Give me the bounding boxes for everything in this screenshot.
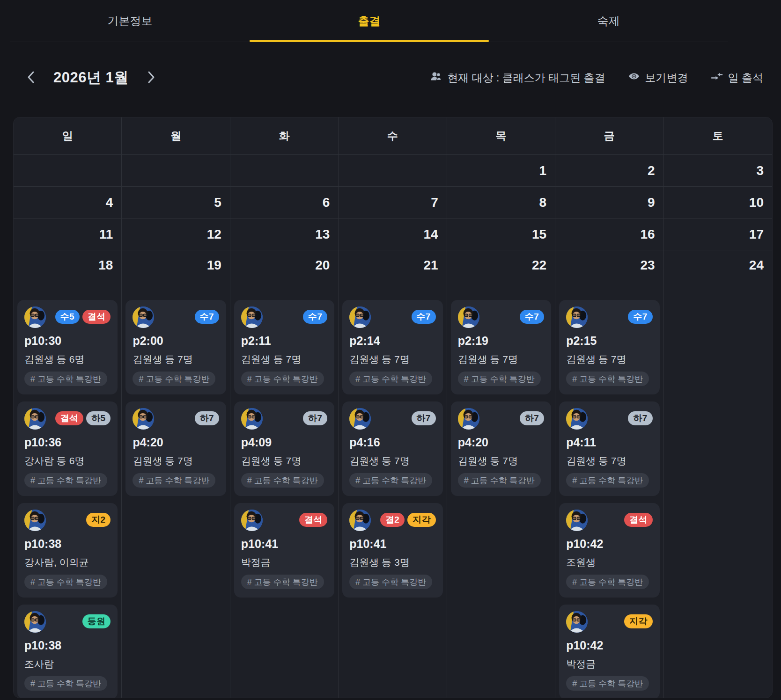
status-badges: 하7 [195,411,219,425]
day-cell-2[interactable]: 2 [555,155,663,186]
day-cell-1[interactable]: 1 [447,155,555,186]
day-cell-18[interactable]: 18 수5결석 p10:30 김원생 등 6명 # 고등 수학 특강반 [14,250,122,698]
day-cell-9[interactable]: 9 [555,187,663,218]
month-navigation: 2026년 1월 [24,68,158,88]
status-badges: 결석 [299,513,328,527]
attendance-event-card[interactable]: 수7 p2:00 김원생 등 7명 # 고등 수학 특강반 [125,300,226,394]
current-target-button[interactable]: 현재 대상 : 클래스가 태그된 출결 [430,70,605,85]
tab-attendance[interactable]: 출결 [250,0,489,42]
status-badge-red: 결석 [55,411,84,425]
status-badges: 하7 [303,411,327,425]
event-card-list: 수7 p2:14 김원생 등 7명 # 고등 수학 특강반 하7 p4: [342,300,442,598]
date-number: 1 [447,155,555,186]
toolbar-actions: 현재 대상 : 클래스가 태그된 출결 보기변경 일 [430,70,763,85]
attendance-event-card[interactable]: 수5결석 p10:30 김원생 등 6명 # 고등 수학 특강반 [17,300,118,394]
date-number: 12 [122,219,229,250]
view-change-button[interactable]: 보기변경 [628,70,688,85]
attendance-event-card[interactable]: 수7 p2:14 김원생 등 7명 # 고등 수학 특강반 [342,300,442,394]
attendance-event-card[interactable]: 지각 p10:42 박정금 # 고등 수학 특강반 [559,605,659,698]
attendance-event-card[interactable]: 수7 p2:11 김원생 등 7명 # 고등 수학 특강반 [234,300,334,394]
attendance-event-card[interactable]: 하7 p4:09 김원생 등 7명 # 고등 수학 특강반 [234,401,334,496]
day-cell-23[interactable]: 23 수7 p2:15 김원생 등 7명 # 고등 수학 특강반 [555,250,663,698]
tab-homework[interactable]: 숙제 [489,0,728,42]
card-header: 수7 [133,306,219,328]
day-cell-16[interactable]: 16 [555,219,663,250]
day-cell-19[interactable]: 19 수7 p2:00 김원생 등 7명 # 고등 수학 특강반 [122,250,230,698]
student-names: 조원생 [566,556,652,569]
daily-attendance-button[interactable]: 일 출석 [711,70,763,85]
next-month-button[interactable] [145,69,158,86]
attendance-event-card[interactable]: 수7 p2:15 김원생 등 7명 # 고등 수학 특강반 [559,300,659,394]
status-badge-gray: 하7 [303,411,327,425]
attendance-event-card[interactable]: 하7 p4:16 김원생 등 7명 # 고등 수학 특강반 [342,401,442,496]
day-cell-5[interactable]: 5 [122,187,230,218]
day-cell-17[interactable]: 17 [664,219,772,250]
day-cell-7[interactable]: 7 [339,187,447,218]
attendance-event-card[interactable]: 결석 p10:42 조원생 # 고등 수학 특강반 [559,503,659,598]
weekday-header-3: 수 [339,117,447,154]
status-badges: 수7 [195,310,219,324]
date-number: 2 [555,155,663,186]
student-avatar [458,408,479,430]
status-badge-blue: 수7 [412,310,436,324]
event-time: p10:41 [241,537,327,551]
day-cell-8[interactable]: 8 [447,187,555,218]
class-tag: # 고등 수학 특강반 [458,372,541,386]
day-cell-21[interactable]: 21 수7 p2:14 김원생 등 7명 # 고등 수학 특강반 [339,250,447,698]
status-badge-gray: 하7 [628,411,652,425]
attendance-event-card[interactable]: 등원 p10:38 조사람 # 고등 수학 특강반 [17,605,118,698]
card-header: 결석하5 [24,408,111,430]
status-badge-blue: 수5 [55,310,80,324]
active-tab-underline [250,40,489,42]
attendance-event-card[interactable]: 지2 p10:38 강사람, 이의균 # 고등 수학 특강반 [17,503,118,598]
people-icon [430,70,442,85]
card-header: 하7 [566,408,652,430]
day-cell-empty[interactable] [14,155,122,186]
card-header: 수7 [566,306,652,328]
class-tag: # 고등 수학 특강반 [566,575,649,589]
day-cell-15[interactable]: 15 [447,219,555,250]
day-cell-14[interactable]: 14 [339,219,447,250]
calendar-week-row: 18 수5결석 p10:30 김원생 등 6명 # 고등 수학 특강반 [14,250,772,698]
day-cell-12[interactable]: 12 [122,219,230,250]
day-cell-13[interactable]: 13 [230,219,339,250]
day-cell-empty[interactable] [339,155,447,186]
date-number: 14 [339,219,446,250]
day-cell-empty[interactable] [122,155,230,186]
day-cell-20[interactable]: 20 수7 p2:11 김원생 등 7명 # 고등 수학 특강반 [230,250,339,698]
status-badge-yellow: 지각 [407,513,436,527]
day-cell-6[interactable]: 6 [230,187,339,218]
day-cell-24[interactable]: 24 [664,250,772,698]
student-names: 강사람, 이의균 [24,556,111,569]
event-time: p2:15 [566,334,652,348]
event-time: p4:20 [458,436,544,449]
date-number: 23 [555,250,663,273]
date-number: 5 [122,187,229,218]
student-names: 김원생 등 7명 [241,454,327,467]
event-card-list: 수7 p2:19 김원생 등 7명 # 고등 수학 특강반 하7 p4: [451,300,551,496]
card-header: 수5결석 [24,306,111,328]
student-names: 김원생 등 7명 [349,454,435,467]
day-cell-11[interactable]: 11 [14,219,122,250]
attendance-event-card[interactable]: 결석하5 p10:36 강사람 등 6명 # 고등 수학 특강반 [17,401,118,496]
month-title: 2026년 1월 [53,68,129,88]
attendance-event-card[interactable]: 결2지각 p10:41 김원생 등 3명 # 고등 수학 특강반 [342,503,442,598]
attendance-event-card[interactable]: 하7 p4:20 김원생 등 7명 # 고등 수학 특강반 [451,401,551,496]
attendance-event-card[interactable]: 결석 p10:41 박정금 # 고등 수학 특강반 [234,503,334,598]
day-cell-4[interactable]: 4 [14,187,122,218]
day-cell-22[interactable]: 22 수7 p2:19 김원생 등 7명 # 고등 수학 특강반 [447,250,555,698]
card-header: 수7 [349,306,435,328]
attendance-event-card[interactable]: 하7 p4:11 김원생 등 7명 # 고등 수학 특강반 [559,401,659,496]
prev-month-button[interactable] [24,69,37,86]
attendance-event-card[interactable]: 수7 p2:19 김원생 등 7명 # 고등 수학 특강반 [451,300,551,394]
event-time: p4:20 [133,436,219,449]
student-names: 김원생 등 3명 [349,556,435,569]
day-cell-3[interactable]: 3 [664,155,772,186]
attendance-event-card[interactable]: 하7 p4:20 김원생 등 7명 # 고등 수학 특강반 [125,401,226,496]
day-cell-10[interactable]: 10 [664,187,772,218]
class-tag: # 고등 수학 특강반 [566,473,649,488]
class-tag: # 고등 수학 특강반 [241,372,324,386]
tab-basic-info[interactable]: 기본정보 [10,0,250,42]
day-cell-empty[interactable] [230,155,339,186]
card-header: 하7 [349,408,435,430]
